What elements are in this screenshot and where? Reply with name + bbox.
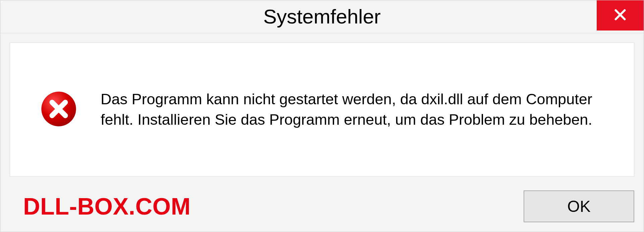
close-icon: [612, 7, 628, 24]
error-dialog: Systemfehler: [0, 0, 644, 232]
close-button[interactable]: [597, 0, 644, 31]
error-message: Das Programm kann nicht gestartet werden…: [101, 89, 614, 130]
watermark-text: DLL-BOX.COM: [10, 193, 191, 220]
error-icon: [40, 91, 77, 129]
titlebar: Systemfehler: [0, 0, 644, 33]
ok-button[interactable]: OK: [524, 190, 634, 222]
content-panel: Das Programm kann nicht gestartet werden…: [10, 43, 634, 177]
dialog-title: Systemfehler: [263, 5, 381, 28]
dialog-footer: DLL-BOX.COM OK: [10, 190, 634, 222]
